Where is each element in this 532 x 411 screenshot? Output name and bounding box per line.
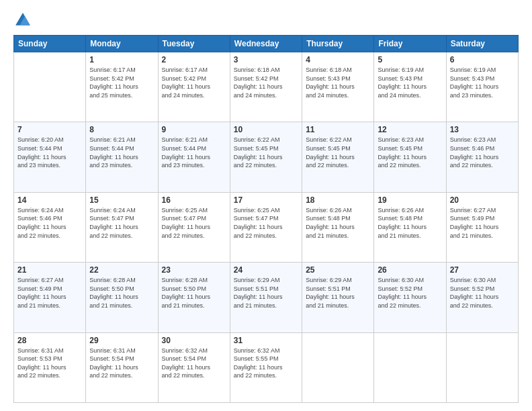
week-row-0: 1Sunrise: 6:17 AM Sunset: 5:42 PM Daylig… [14,52,519,122]
day-number: 11 [306,125,370,134]
calendar-table: SundayMondayTuesdayWednesdayThursdayFrid… [13,35,519,403]
day-cell: 15Sunrise: 6:24 AM Sunset: 5:47 PM Dayli… [86,192,158,262]
day-number: 18 [306,195,370,205]
day-cell: 20Sunrise: 6:27 AM Sunset: 5:49 PM Dayli… [446,192,518,262]
day-number: 14 [17,195,82,205]
day-number: 21 [17,265,82,275]
day-info: Sunrise: 6:17 AM Sunset: 5:42 PM Dayligh… [162,66,226,99]
day-number: 3 [234,55,298,64]
day-info: Sunrise: 6:29 AM Sunset: 5:51 PM Dayligh… [234,276,298,310]
day-cell: 23Sunrise: 6:28 AM Sunset: 5:50 PM Dayli… [158,263,230,332]
day-info: Sunrise: 6:18 AM Sunset: 5:43 PM Dayligh… [306,66,370,99]
day-info: Sunrise: 6:21 AM Sunset: 5:44 PM Dayligh… [89,136,154,169]
day-info: Sunrise: 6:20 AM Sunset: 5:44 PM Dayligh… [17,136,82,169]
day-number: 15 [89,195,154,205]
day-cell: 11Sunrise: 6:22 AM Sunset: 5:45 PM Dayli… [302,122,374,192]
day-info: Sunrise: 6:26 AM Sunset: 5:48 PM Dayligh… [306,206,370,240]
weekday-monday: Monday [86,36,158,52]
day-number: 23 [162,265,226,275]
week-row-1: 7Sunrise: 6:20 AM Sunset: 5:44 PM Daylig… [14,122,519,192]
day-info: Sunrise: 6:27 AM Sunset: 5:49 PM Dayligh… [17,276,82,310]
day-number: 10 [234,125,298,134]
logo [13,11,35,30]
day-info: Sunrise: 6:27 AM Sunset: 5:49 PM Dayligh… [450,206,515,240]
day-number: 19 [378,195,442,205]
day-number: 29 [89,336,154,345]
day-number: 5 [378,55,442,64]
day-info: Sunrise: 6:17 AM Sunset: 5:42 PM Dayligh… [89,66,154,99]
day-cell: 22Sunrise: 6:28 AM Sunset: 5:50 PM Dayli… [86,263,158,332]
day-number: 13 [450,125,515,134]
weekday-sunday: Sunday [14,36,86,52]
day-cell: 5Sunrise: 6:19 AM Sunset: 5:43 PM Daylig… [374,52,446,122]
day-info: Sunrise: 6:29 AM Sunset: 5:51 PM Dayligh… [306,276,370,310]
week-row-3: 21Sunrise: 6:27 AM Sunset: 5:49 PM Dayli… [14,263,519,332]
weekday-tuesday: Tuesday [158,36,230,52]
day-cell [374,332,446,402]
day-cell: 31Sunrise: 6:32 AM Sunset: 5:55 PM Dayli… [230,332,302,402]
day-cell: 14Sunrise: 6:24 AM Sunset: 5:46 PM Dayli… [14,192,86,262]
day-info: Sunrise: 6:28 AM Sunset: 5:50 PM Dayligh… [162,276,226,310]
day-number: 16 [162,195,226,205]
day-number: 25 [306,265,370,275]
page: SundayMondayTuesdayWednesdayThursdayFrid… [0,0,532,411]
day-info: Sunrise: 6:24 AM Sunset: 5:46 PM Dayligh… [17,206,82,240]
day-number: 24 [234,265,298,275]
logo-icon [13,11,32,30]
day-info: Sunrise: 6:32 AM Sunset: 5:55 PM Dayligh… [234,347,298,380]
day-cell: 3Sunrise: 6:18 AM Sunset: 5:42 PM Daylig… [230,52,302,122]
week-row-4: 28Sunrise: 6:31 AM Sunset: 5:53 PM Dayli… [14,332,519,402]
day-number: 26 [378,265,442,275]
day-info: Sunrise: 6:31 AM Sunset: 5:54 PM Dayligh… [89,347,154,380]
day-info: Sunrise: 6:26 AM Sunset: 5:48 PM Dayligh… [378,206,442,240]
day-number: 1 [89,55,154,64]
weekday-wednesday: Wednesday [230,36,302,52]
day-number: 8 [89,125,154,134]
day-info: Sunrise: 6:23 AM Sunset: 5:45 PM Dayligh… [378,136,442,169]
week-row-2: 14Sunrise: 6:24 AM Sunset: 5:46 PM Dayli… [14,192,519,262]
day-cell: 13Sunrise: 6:23 AM Sunset: 5:46 PM Dayli… [446,122,518,192]
day-number: 7 [17,125,82,134]
day-info: Sunrise: 6:30 AM Sunset: 5:52 PM Dayligh… [378,276,442,310]
day-cell: 21Sunrise: 6:27 AM Sunset: 5:49 PM Dayli… [14,263,86,332]
day-cell: 25Sunrise: 6:29 AM Sunset: 5:51 PM Dayli… [302,263,374,332]
day-cell: 18Sunrise: 6:26 AM Sunset: 5:48 PM Dayli… [302,192,374,262]
day-number: 27 [450,265,515,275]
header [13,11,519,30]
day-info: Sunrise: 6:31 AM Sunset: 5:53 PM Dayligh… [17,347,82,380]
day-cell: 29Sunrise: 6:31 AM Sunset: 5:54 PM Dayli… [86,332,158,402]
day-info: Sunrise: 6:23 AM Sunset: 5:46 PM Dayligh… [450,136,515,169]
day-info: Sunrise: 6:19 AM Sunset: 5:43 PM Dayligh… [450,66,515,99]
day-info: Sunrise: 6:25 AM Sunset: 5:47 PM Dayligh… [162,206,226,240]
day-info: Sunrise: 6:32 AM Sunset: 5:54 PM Dayligh… [162,347,226,380]
day-number: 20 [450,195,515,205]
weekday-saturday: Saturday [446,36,518,52]
weekday-thursday: Thursday [302,36,374,52]
day-cell: 4Sunrise: 6:18 AM Sunset: 5:43 PM Daylig… [302,52,374,122]
day-info: Sunrise: 6:21 AM Sunset: 5:44 PM Dayligh… [162,136,226,169]
day-cell [302,332,374,402]
day-number: 31 [234,336,298,345]
day-info: Sunrise: 6:19 AM Sunset: 5:43 PM Dayligh… [378,66,442,99]
day-cell: 27Sunrise: 6:30 AM Sunset: 5:52 PM Dayli… [446,263,518,332]
day-cell: 19Sunrise: 6:26 AM Sunset: 5:48 PM Dayli… [374,192,446,262]
day-cell: 24Sunrise: 6:29 AM Sunset: 5:51 PM Dayli… [230,263,302,332]
day-cell: 7Sunrise: 6:20 AM Sunset: 5:44 PM Daylig… [14,122,86,192]
day-cell: 1Sunrise: 6:17 AM Sunset: 5:42 PM Daylig… [86,52,158,122]
day-info: Sunrise: 6:30 AM Sunset: 5:52 PM Dayligh… [450,276,515,310]
day-cell: 10Sunrise: 6:22 AM Sunset: 5:45 PM Dayli… [230,122,302,192]
day-number: 17 [234,195,298,205]
day-cell: 26Sunrise: 6:30 AM Sunset: 5:52 PM Dayli… [374,263,446,332]
day-info: Sunrise: 6:22 AM Sunset: 5:45 PM Dayligh… [306,136,370,169]
day-cell: 12Sunrise: 6:23 AM Sunset: 5:45 PM Dayli… [374,122,446,192]
day-number: 6 [450,55,515,64]
weekday-friday: Friday [374,36,446,52]
day-cell: 28Sunrise: 6:31 AM Sunset: 5:53 PM Dayli… [14,332,86,402]
day-info: Sunrise: 6:22 AM Sunset: 5:45 PM Dayligh… [234,136,298,169]
day-info: Sunrise: 6:25 AM Sunset: 5:47 PM Dayligh… [234,206,298,240]
day-cell: 30Sunrise: 6:32 AM Sunset: 5:54 PM Dayli… [158,332,230,402]
day-cell: 9Sunrise: 6:21 AM Sunset: 5:44 PM Daylig… [158,122,230,192]
day-info: Sunrise: 6:28 AM Sunset: 5:50 PM Dayligh… [89,276,154,310]
day-info: Sunrise: 6:18 AM Sunset: 5:42 PM Dayligh… [234,66,298,99]
day-number: 22 [89,265,154,275]
